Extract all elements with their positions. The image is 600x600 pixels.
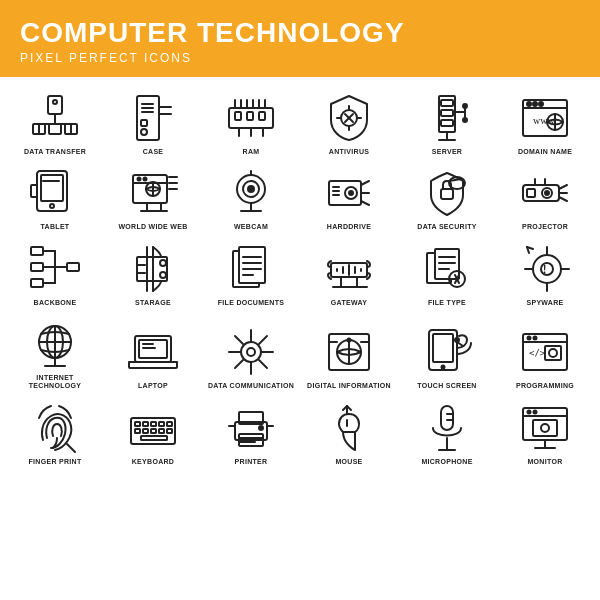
svg-rect-198 [159, 429, 164, 433]
svg-point-93 [545, 191, 549, 195]
icon-label: SERVER [432, 148, 462, 156]
icon-case: CASE [106, 87, 200, 158]
gateway-icon [322, 242, 376, 296]
icon-label: TABLET [41, 223, 70, 231]
svg-rect-159 [129, 362, 177, 368]
svg-rect-192 [151, 422, 156, 426]
icon-label: DATA COMMUNICATION [208, 382, 294, 390]
header-subtitle: PIXEL PERFECT ICONS [20, 51, 580, 65]
harddrive-icon [322, 166, 376, 220]
icon-internet-technology: INTERNET TECHNOLOGY [8, 313, 102, 393]
icon-finger-print: FINGER PRINT [8, 397, 102, 468]
svg-line-87 [361, 201, 369, 205]
spyware-icon: ! [518, 242, 572, 296]
svg-point-187 [549, 349, 557, 357]
digital-information-icon [322, 325, 376, 379]
svg-point-47 [463, 118, 467, 122]
svg-point-180 [455, 338, 459, 342]
svg-rect-194 [167, 422, 172, 426]
projector-icon [518, 166, 572, 220]
svg-rect-59 [31, 185, 37, 197]
icon-label: PRINTER [235, 458, 268, 466]
svg-point-52 [539, 102, 543, 106]
www-icon [126, 166, 180, 220]
icon-domain-name: www DOMAIN NAME [498, 87, 592, 158]
icon-label: MOUSE [335, 458, 362, 466]
svg-point-224 [541, 424, 549, 432]
icon-label: HARDDRIVE [327, 223, 371, 231]
svg-rect-177 [433, 334, 453, 362]
mouse-icon [322, 401, 376, 455]
svg-point-222 [534, 410, 537, 413]
svg-line-97 [559, 197, 567, 201]
monitor-icon [518, 401, 572, 455]
svg-line-167 [235, 360, 243, 368]
svg-point-81 [349, 191, 353, 195]
antivirus-icon [322, 91, 376, 145]
icon-label: STARAGE [135, 299, 171, 307]
svg-rect-101 [31, 263, 43, 271]
icon-microphone: MICROPHONE [400, 397, 494, 468]
icon-laptop: LAPTOP [106, 313, 200, 393]
svg-rect-57 [41, 175, 63, 201]
icon-label: MONITOR [527, 458, 562, 466]
svg-point-46 [463, 104, 467, 108]
icon-data-communication: DATA COMMUNICATION [204, 313, 298, 393]
header-title: COMPUTER TECHNOLOGY [20, 18, 580, 49]
svg-text:!: ! [543, 264, 546, 275]
icon-label: DIGITAL INFORMATION [307, 382, 391, 390]
icon-gateway: GATEWAY [302, 238, 396, 309]
icon-projector: PROJECTOR [498, 162, 592, 233]
icon-tablet: TABLET [8, 162, 102, 233]
data-communication-icon [224, 325, 278, 379]
svg-line-85 [361, 181, 369, 185]
svg-rect-195 [135, 429, 140, 433]
file-documents-icon [224, 242, 278, 296]
case-icon [126, 91, 180, 145]
icons-grid: DATA TRANSFER CASE [0, 77, 600, 474]
svg-line-188 [67, 444, 75, 452]
svg-point-178 [442, 366, 445, 369]
svg-line-168 [259, 360, 267, 368]
svg-rect-14 [141, 120, 147, 126]
svg-rect-40 [441, 110, 453, 116]
microphone-icon [420, 401, 474, 455]
icon-label: DATA TRANSFER [24, 148, 86, 156]
storage-icon [126, 242, 180, 296]
svg-point-112 [160, 260, 166, 266]
svg-rect-214 [441, 406, 453, 430]
svg-point-15 [141, 129, 147, 135]
svg-rect-200 [141, 436, 167, 440]
icon-antivirus: ANTIVIRUS [302, 87, 396, 158]
icon-label: FILE TYPE [428, 299, 466, 307]
icon-www: WORLD WIDE WEB [106, 162, 200, 233]
svg-point-63 [138, 178, 141, 181]
svg-rect-117 [239, 247, 265, 283]
programming-icon: </> [518, 325, 572, 379]
svg-point-160 [241, 342, 261, 362]
svg-line-166 [259, 336, 267, 344]
icon-label: INTERNET TECHNOLOGY [10, 374, 100, 391]
icon-label: BACKBONE [34, 299, 77, 307]
icon-label: GATEWAY [331, 299, 367, 307]
icon-file-type: FILE TYPE [400, 238, 494, 309]
printer-icon [224, 401, 278, 455]
svg-rect-26 [247, 112, 253, 120]
header: COMPUTER TECHNOLOGY PIXEL PERFECT ICONS [0, 0, 600, 77]
icon-server: SERVER [400, 87, 494, 158]
icon-keyboard: KEYBOARD [106, 397, 200, 468]
file-type-icon [420, 242, 474, 296]
svg-point-221 [528, 410, 531, 413]
icon-label: WORLD WIDE WEB [118, 223, 187, 231]
svg-rect-27 [259, 112, 265, 120]
svg-point-1 [53, 100, 57, 104]
svg-point-183 [528, 337, 531, 340]
svg-point-184 [534, 337, 537, 340]
icon-monitor: MONITOR [498, 397, 592, 468]
svg-line-165 [235, 336, 243, 344]
svg-rect-102 [31, 279, 43, 287]
icon-backbone: BACKBONE [8, 238, 102, 309]
internet-technology-icon [28, 317, 82, 371]
icon-label: MICROPHONE [421, 458, 472, 466]
icon-label: PROGRAMMING [516, 382, 574, 390]
